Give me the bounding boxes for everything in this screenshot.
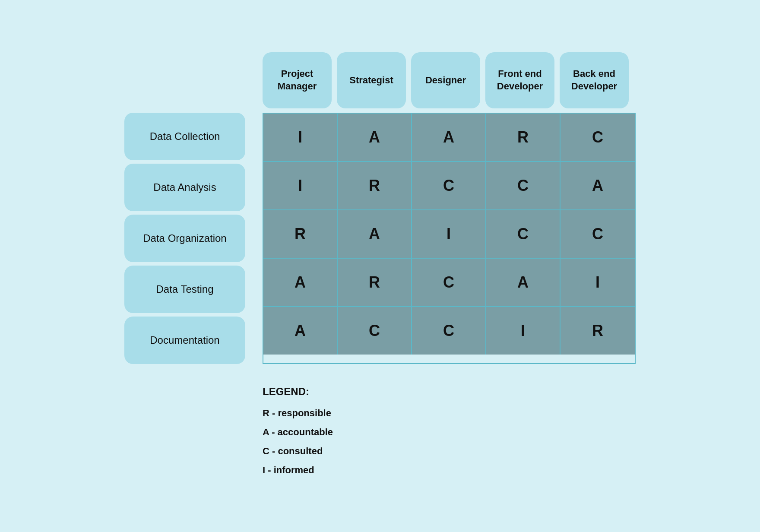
grid-row-4: ACCIR [263,307,635,355]
legend-item-2: C - consulted [263,442,333,461]
col-header-front-end-developer: Front end Developer [485,52,554,108]
row-label-3: Data Testing [124,266,245,313]
grid-cell-0-0: I [263,114,338,161]
legend-item-1: A - accountable [263,423,333,442]
col-header-designer: Designer [411,52,480,108]
row-label-4: Documentation [124,317,245,364]
col-header-project-manager: Project Manager [263,52,332,108]
grid-cell-3-3: A [486,259,560,306]
row-label-0: Data Collection [124,113,245,160]
grid-cell-1-1: R [338,162,412,209]
grid-cell-0-1: A [338,114,412,161]
row-label-2: Data Organization [124,215,245,262]
raci-layout: Project ManagerStrategistDesignerFront e… [124,52,636,480]
grid-cell-0-3: R [486,114,560,161]
legend-title: LEGEND: [263,381,333,402]
grid-row-1: IRCCA [263,162,635,210]
main-container: Project ManagerStrategistDesignerFront e… [98,35,662,497]
grid-row-3: ARCAI [263,259,635,307]
grid-row-2: RAICC [263,210,635,259]
grid-cell-4-4: R [560,307,635,355]
legend-item-0: R - responsible [263,404,333,423]
grid-cell-4-1: C [338,307,412,355]
grid-cell-3-1: R [338,259,412,306]
col-header-strategist: Strategist [337,52,406,108]
grid-cell-2-0: R [263,210,338,258]
grid-cell-1-3: C [486,162,560,209]
row-label-1: Data Analysis [124,164,245,211]
grid-cell-0-2: A [412,114,486,161]
row-labels: Data CollectionData AnalysisData Organiz… [124,113,263,364]
column-headers: Project ManagerStrategistDesignerFront e… [263,52,631,108]
grid-section: Data CollectionData AnalysisData Organiz… [124,113,636,364]
top-section: Project ManagerStrategistDesignerFront e… [124,52,631,108]
col-header-back-end-developer: Back end Developer [560,52,629,108]
grid-cell-4-0: A [263,307,338,355]
grid-cell-1-0: I [263,162,338,209]
legend-item-3: I - informed [263,461,333,480]
grid-cell-3-2: C [412,259,486,306]
raci-grid: IAARCIRCCARAICCARCAIACCIR [263,113,636,364]
grid-cell-3-0: A [263,259,338,306]
grid-cell-2-1: A [338,210,412,258]
grid-cell-2-3: C [486,210,560,258]
grid-cell-1-4: A [560,162,635,209]
grid-row-0: IAARC [263,114,635,162]
grid-cell-4-2: C [412,307,486,355]
grid-cell-2-2: I [412,210,486,258]
grid-cell-3-4: I [560,259,635,306]
grid-cell-1-2: C [412,162,486,209]
grid-cell-0-4: C [560,114,635,161]
grid-cell-4-3: I [486,307,560,355]
legend: LEGEND: R - responsibleA - accountableC … [263,381,333,480]
grid-cell-2-4: C [560,210,635,258]
